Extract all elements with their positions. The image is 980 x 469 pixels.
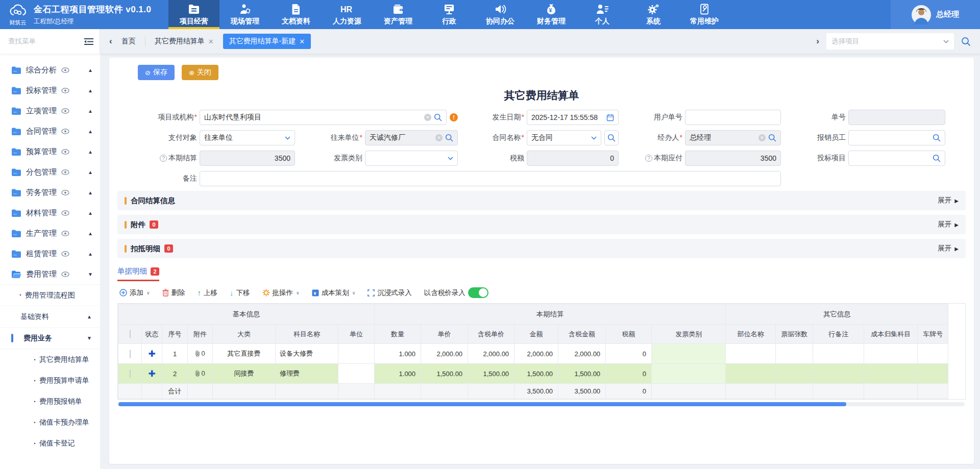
immersive-entry-button[interactable]: 沉浸式录入: [368, 288, 412, 298]
counterparty-field[interactable]: 天诚汽修厂 ✕: [365, 130, 458, 145]
nav-item-assets[interactable]: 资产管理: [373, 0, 424, 29]
move-down-button[interactable]: ↓下移: [230, 288, 250, 298]
cost-plan-button[interactable]: ¥ 成本策划∨: [312, 288, 356, 298]
row-checkbox[interactable]: [130, 350, 131, 358]
user-no-field[interactable]: [685, 110, 781, 125]
table-row-selected[interactable]: ✚ 2 0 间接费 修理费 1.000 1,500.00 1,500.00 1,…: [118, 364, 948, 384]
eye-icon[interactable]: [61, 129, 69, 134]
user-menu[interactable]: 总经理: [891, 0, 980, 29]
tab-detail-lines[interactable]: 单据明细 2: [117, 266, 159, 281]
clear-icon[interactable]: ✕: [758, 134, 766, 141]
submenu-item-expense-budget-request[interactable]: 费用预算申请单: [0, 370, 100, 391]
date-field[interactable]: 2025-12-17 15:55:58: [527, 110, 619, 125]
eye-icon[interactable]: [61, 108, 69, 114]
sidebar-item-expense[interactable]: 费用管理 ▼: [0, 264, 100, 284]
nav-item-admin[interactable]: 行政: [424, 0, 475, 29]
eye-icon[interactable]: [61, 231, 69, 236]
bid-project-field[interactable]: [848, 151, 945, 166]
triangle-up-icon[interactable]: ▲: [88, 88, 93, 93]
menu-search-input[interactable]: 查找菜单: [8, 37, 80, 46]
sidebar-item-project-setup[interactable]: 立项管理 ▲: [0, 101, 100, 121]
tab-other-expense-new[interactable]: 其它费用结算单-新建✕: [223, 34, 311, 49]
unit-edit-cell[interactable]: [338, 364, 375, 384]
nav-item-personal[interactable]: 个人: [577, 0, 628, 29]
eye-icon[interactable]: [61, 251, 69, 257]
row-checkbox[interactable]: [130, 369, 131, 378]
nav-item-hr[interactable]: HR 人力资源: [322, 0, 373, 29]
submenu-item-other-expense-settlement[interactable]: 其它费用结算单: [0, 349, 100, 370]
sidebar-item-leasing[interactable]: 租赁管理 ▲: [0, 243, 100, 264]
collapse-menu-icon[interactable]: [84, 38, 93, 45]
section-contract-settlement[interactable]: 合同结算信息 展开▶: [117, 191, 966, 210]
handler-field[interactable]: 总经理 ✕: [685, 130, 781, 145]
nav-item-documents[interactable]: 文档资料: [271, 0, 322, 29]
pay-target-select[interactable]: 往来单位: [200, 130, 295, 145]
expand-button[interactable]: 展开▶: [938, 244, 959, 253]
close-button[interactable]: ⊗关闭: [182, 65, 218, 80]
submenu-item-stored-card-register[interactable]: 储值卡登记: [0, 433, 100, 454]
select-all-checkbox[interactable]: [130, 330, 131, 338]
row-add-icon[interactable]: ✚: [148, 369, 155, 379]
eye-icon[interactable]: [61, 169, 69, 175]
expand-button[interactable]: 展开▶: [938, 196, 959, 205]
clear-icon[interactable]: ✕: [424, 114, 431, 121]
submenu-group-base-data[interactable]: 基础资料▲: [0, 306, 100, 328]
eye-icon[interactable]: [61, 190, 69, 195]
expand-button[interactable]: 展开▶: [938, 220, 959, 229]
triangle-up-icon[interactable]: ▲: [88, 129, 93, 134]
close-icon[interactable]: ✕: [208, 38, 214, 45]
search-icon[interactable]: [768, 134, 776, 142]
scrollbar-thumb[interactable]: [118, 402, 846, 406]
eye-icon[interactable]: [61, 149, 69, 155]
sidebar-item-subcontract[interactable]: 分包管理 ▲: [0, 162, 100, 182]
sidebar-item-budget[interactable]: 预算管理 ▲: [0, 141, 100, 162]
invoice-type-select[interactable]: [365, 151, 458, 166]
tabs-forward-icon[interactable]: ›: [816, 36, 819, 46]
nav-item-maintenance[interactable]: 常用维护: [679, 0, 730, 29]
submenu-group-expense-business[interactable]: 费用业务▼: [0, 328, 100, 349]
submenu-item-expense-pre-reimburse[interactable]: 费用预报销单: [0, 391, 100, 412]
triangle-up-icon[interactable]: ▲: [88, 108, 93, 114]
toggle-on[interactable]: [468, 287, 488, 298]
contract-select[interactable]: 无合同: [527, 130, 601, 145]
remark-field[interactable]: [200, 171, 781, 186]
batch-ops-button[interactable]: 批操作∨: [262, 288, 300, 298]
nav-item-system[interactable]: 系统: [628, 0, 679, 29]
close-icon[interactable]: ✕: [299, 38, 305, 45]
sidebar-item-production[interactable]: 生产管理 ▲: [0, 223, 100, 243]
sidebar-item-analysis[interactable]: 综合分析 ▲: [0, 60, 100, 80]
project-field[interactable]: 山东时代垦利项目 ✕: [200, 110, 447, 125]
section-deduction-detail[interactable]: 扣抵明细 0 展开▶: [117, 239, 966, 258]
eye-icon[interactable]: [61, 67, 69, 73]
triangle-up-icon[interactable]: ▲: [88, 190, 93, 195]
info-icon[interactable]: !: [450, 113, 458, 121]
table-row[interactable]: ✚ 1 0 其它直接费 设备大修费 1.000 2,000.00 2,000.0…: [118, 344, 948, 364]
row-add-icon[interactable]: ✚: [148, 349, 155, 359]
triangle-up-icon[interactable]: ▲: [88, 67, 93, 73]
nav-item-finance[interactable]: ¥ 财务管理: [526, 0, 577, 29]
eye-icon[interactable]: [61, 271, 69, 277]
search-icon[interactable]: [434, 113, 442, 121]
triangle-up-icon[interactable]: ▲: [88, 149, 93, 155]
add-row-button[interactable]: 添加∨: [119, 288, 150, 298]
move-up-button[interactable]: ↑上移: [198, 288, 218, 298]
project-select[interactable]: 选择项目: [826, 33, 954, 50]
save-button[interactable]: ⊘保存: [138, 65, 175, 80]
search-icon[interactable]: [445, 134, 453, 142]
delete-row-button[interactable]: 删除: [162, 288, 185, 298]
submenu-item-expense-flowchart[interactable]: 费用管理流程图: [0, 285, 100, 306]
section-attachments[interactable]: 附件 0 展开▶: [117, 215, 966, 234]
triangle-up-icon[interactable]: ▲: [88, 231, 93, 236]
search-icon[interactable]: [933, 134, 941, 142]
reimburse-emp-field[interactable]: [848, 130, 945, 145]
sidebar-item-contracts[interactable]: 合同管理 ▲: [0, 121, 100, 141]
triangle-down-icon[interactable]: ▼: [88, 271, 93, 277]
nav-item-collaboration[interactable]: 协同办公: [475, 0, 526, 29]
triangle-up-icon[interactable]: ▲: [88, 169, 93, 175]
triangle-up-icon[interactable]: ▲: [88, 210, 93, 216]
tax-price-toggle[interactable]: 以含税价录入: [424, 287, 488, 298]
triangle-up-icon[interactable]: ▲: [88, 251, 93, 257]
contract-search-button[interactable]: [604, 130, 619, 145]
sidebar-item-labor[interactable]: 劳务管理 ▲: [0, 182, 100, 203]
tab-other-expense-list[interactable]: 其它费用结算单✕: [153, 34, 216, 49]
